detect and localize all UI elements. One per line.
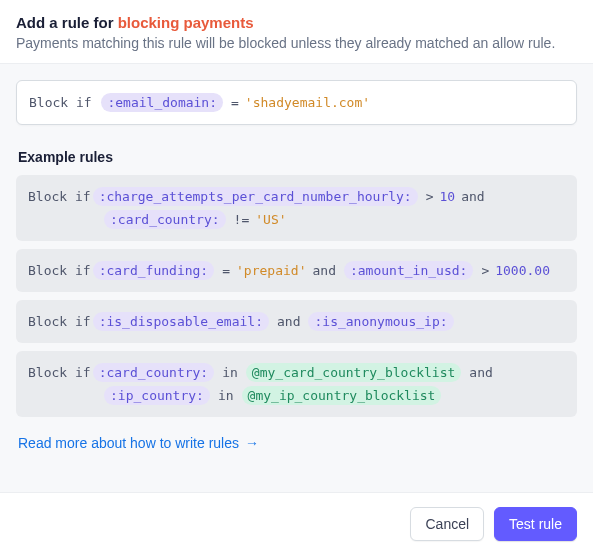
- title-prefix: Add a rule for: [16, 14, 118, 31]
- variable-pill: :is_disposable_email:: [93, 312, 269, 331]
- operator-in: in: [222, 365, 238, 380]
- keyword: Block if: [29, 95, 99, 110]
- example-rule[interactable]: Block if :charge_attempts_per_card_numbe…: [16, 175, 577, 241]
- number-literal: 1000.00: [495, 263, 550, 278]
- dialog-title: Add a rule for blocking payments: [16, 14, 577, 31]
- operator: and: [277, 314, 300, 329]
- dialog-body: Block if :email_domain:='shadyemail.com'…: [0, 63, 593, 492]
- keyword: Block if: [28, 263, 91, 278]
- operator: =: [222, 263, 230, 278]
- variable-pill: :charge_attempts_per_card_number_hourly:: [93, 187, 418, 206]
- dialog-footer: Cancel Test rule: [0, 492, 593, 555]
- variable-pill: :is_anonymous_ip:: [308, 312, 453, 331]
- example-rule[interactable]: Block if :card_country:in@my_card_countr…: [16, 351, 577, 417]
- operator: !=: [234, 212, 250, 227]
- cancel-button[interactable]: Cancel: [410, 507, 484, 541]
- dialog-header: Add a rule for blocking payments Payment…: [0, 0, 593, 63]
- example-rule[interactable]: Block if :is_disposable_email:and:is_ano…: [16, 300, 577, 343]
- variable-pill: :amount_in_usd:: [344, 261, 473, 280]
- operator: and: [312, 263, 335, 278]
- operator-in: in: [218, 388, 234, 403]
- operator: and: [461, 189, 484, 204]
- keyword: Block if: [28, 365, 91, 380]
- test-rule-button[interactable]: Test rule: [494, 507, 577, 541]
- operator: >: [481, 263, 489, 278]
- operator: =: [231, 95, 239, 110]
- dialog-subtitle: Payments matching this rule will be bloc…: [16, 35, 577, 51]
- operator: and: [469, 365, 492, 380]
- variable-pill: :card_country:: [104, 210, 226, 229]
- keyword: Block if: [28, 189, 91, 204]
- example-rule[interactable]: Block if :card_funding:='prepaid'and:amo…: [16, 249, 577, 292]
- variable-pill: :card_funding:: [93, 261, 215, 280]
- string-literal: 'prepaid': [236, 263, 306, 278]
- string-literal: 'shadyemail.com': [245, 95, 370, 110]
- examples-list: Block if :charge_attempts_per_card_numbe…: [16, 175, 577, 417]
- number-literal: 10: [440, 189, 456, 204]
- arrow-right-icon: →: [245, 436, 259, 450]
- operator: >: [426, 189, 434, 204]
- list-pill: @my_ip_country_blocklist: [242, 386, 442, 405]
- title-accent: blocking payments: [118, 14, 254, 31]
- keyword: Block if: [28, 314, 91, 329]
- read-more-link[interactable]: Read more about how to write rules →: [18, 435, 259, 451]
- rule-input[interactable]: Block if :email_domain:='shadyemail.com': [16, 80, 577, 125]
- read-more-label: Read more about how to write rules: [18, 435, 239, 451]
- examples-title: Example rules: [18, 149, 577, 165]
- variable-pill: :ip_country:: [104, 386, 210, 405]
- variable-pill: :card_country:: [93, 363, 215, 382]
- list-pill: @my_card_country_blocklist: [246, 363, 462, 382]
- string-literal: 'US': [255, 212, 286, 227]
- variable-pill: :email_domain:: [101, 93, 223, 112]
